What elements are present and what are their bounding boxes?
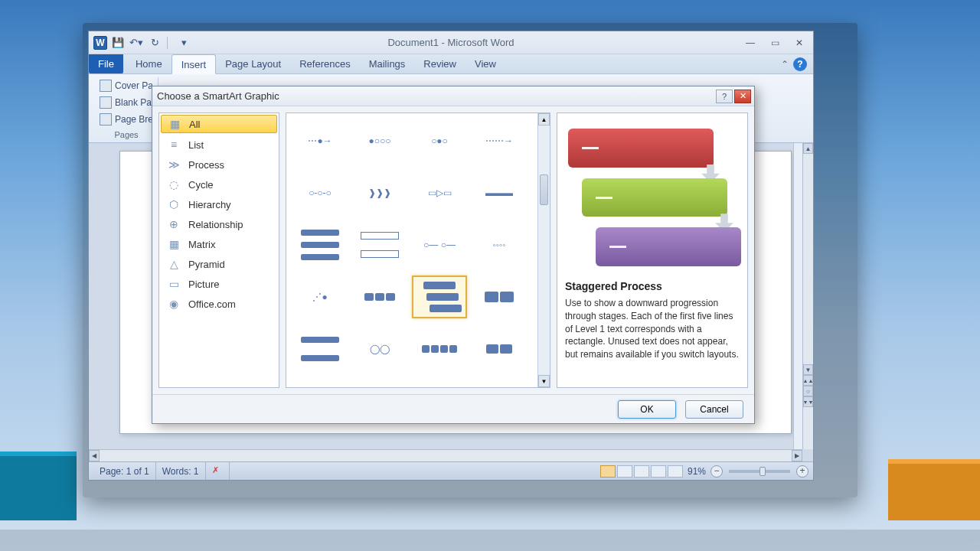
tab-file[interactable]: File <box>89 54 123 73</box>
smartart-dialog: Choose a SmartArt Graphic ? ✕ ▦All ≡List… <box>152 86 755 424</box>
tab-mailings[interactable]: Mailings <box>360 54 415 73</box>
taskbar[interactable] <box>0 530 980 551</box>
qat-customize[interactable]: ▾ <box>176 35 191 51</box>
gallery-scroll-thumb[interactable] <box>540 174 548 205</box>
picture-icon: ▭ <box>167 278 181 290</box>
relationship-icon: ⊕ <box>167 218 181 230</box>
category-cycle[interactable]: ◌Cycle <box>159 174 279 194</box>
proofing-status[interactable] <box>206 462 230 480</box>
category-list[interactable]: ≡List <box>159 135 279 155</box>
layout-thumb[interactable] <box>352 223 407 266</box>
category-pyramid[interactable]: △Pyramid <box>159 254 279 274</box>
page-break-label: Page Bre <box>115 114 153 125</box>
category-office[interactable]: ◉Office.com <box>159 294 279 314</box>
category-process[interactable]: ≫Process <box>159 155 279 174</box>
category-relationship-label: Relationship <box>188 219 243 230</box>
zoom-out-button[interactable]: − <box>710 465 723 478</box>
layout-thumb[interactable]: ⋯⋯→ <box>472 119 527 162</box>
tab-insert[interactable]: Insert <box>172 54 217 74</box>
layout-thumb[interactable] <box>472 328 527 370</box>
close-button[interactable]: ✕ <box>790 36 808 50</box>
layout-thumb[interactable]: ○— ○— <box>412 223 467 266</box>
layout-thumb[interactable]: ◦◦◦◦ <box>472 223 527 266</box>
zoom-thumb[interactable] <box>760 467 766 476</box>
outline-view[interactable] <box>651 465 666 478</box>
layout-thumb[interactable] <box>292 380 348 388</box>
full-screen-view[interactable] <box>617 465 632 478</box>
all-icon: ▦ <box>168 118 181 130</box>
gallery-scrollbar[interactable]: ▲ ▼ <box>537 113 550 387</box>
layout-thumb[interactable]: ⋰● <box>292 276 348 318</box>
dialog-close-button[interactable]: ✕ <box>734 90 751 103</box>
layout-thumb[interactable]: ❱❱❱ <box>352 171 407 214</box>
print-layout-view[interactable] <box>600 465 616 478</box>
layout-thumb[interactable] <box>292 328 348 370</box>
layout-thumb[interactable]: ●●● <box>352 380 407 388</box>
category-picture[interactable]: ▭Picture <box>159 274 279 294</box>
spell-check-icon <box>212 466 223 477</box>
cover-page-button[interactable]: Cover Pa <box>100 77 153 94</box>
scroll-up-arrow[interactable]: ▲ <box>803 143 813 154</box>
help-icon[interactable]: ? <box>793 57 807 71</box>
cover-page-icon <box>100 80 112 92</box>
ribbon-minimize-icon[interactable]: ⌃ <box>781 59 789 70</box>
layout-thumb[interactable]: ○-○-○ <box>292 171 348 214</box>
layout-thumb[interactable]: ◯◯ <box>352 328 407 370</box>
tab-home[interactable]: Home <box>126 54 172 73</box>
layout-thumb[interactable] <box>412 328 467 370</box>
category-relationship[interactable]: ⊕Relationship <box>159 214 279 234</box>
category-hierarchy[interactable]: ⬡Hierarchy <box>159 194 279 214</box>
horizontal-scrollbar[interactable]: ◀ ▶ <box>89 449 802 461</box>
category-all[interactable]: ▦All <box>161 115 277 133</box>
scroll-down-arrow[interactable]: ▼ <box>803 364 813 375</box>
dialog-title-bar[interactable]: Choose a SmartArt Graphic ? ✕ <box>152 86 754 106</box>
preview-description: Use to show a downward progression throu… <box>565 297 740 361</box>
browse-object-button[interactable]: ○ <box>803 386 813 396</box>
undo-button[interactable]: ↶▾ <box>129 35 144 51</box>
layout-thumb[interactable]: ●○○○ <box>352 119 407 162</box>
scroll-right-arrow[interactable]: ▶ <box>792 450 802 461</box>
tab-view[interactable]: View <box>466 54 505 73</box>
scroll-left-arrow[interactable]: ◀ <box>89 450 100 461</box>
layout-thumb[interactable]: ○●○ <box>412 119 467 162</box>
zoom-slider[interactable] <box>729 470 790 473</box>
page-break-button[interactable]: Page Bre <box>100 111 153 128</box>
page-status[interactable]: Page: 1 of 1 <box>93 462 156 480</box>
layout-thumb[interactable]: ▬▬▬ <box>472 171 527 214</box>
zoom-in-button[interactable]: + <box>796 465 808 478</box>
category-matrix-label: Matrix <box>188 239 215 250</box>
redo-button[interactable]: ↻ <box>147 35 162 51</box>
zoom-level[interactable]: 91% <box>688 466 706 477</box>
vertical-scrollbar[interactable]: ▲ ▼ ▲▲ ○ ▼▼ <box>802 143 813 449</box>
layout-thumb[interactable]: ▭▷▭ <box>412 171 467 214</box>
cancel-button[interactable]: Cancel <box>685 400 743 419</box>
gallery-scroll-up[interactable]: ▲ <box>538 113 550 126</box>
layout-thumb-selected[interactable] <box>412 276 467 318</box>
tab-review[interactable]: Review <box>414 54 466 73</box>
maximize-button[interactable]: ▭ <box>766 36 784 50</box>
dialog-help-button[interactable]: ? <box>716 90 733 103</box>
next-page-button[interactable]: ▼▼ <box>803 396 813 407</box>
minimize-button[interactable]: — <box>741 36 760 50</box>
save-button[interactable]: 💾 <box>110 35 126 51</box>
layout-thumb[interactable] <box>292 223 348 266</box>
layout-thumb[interactable] <box>472 276 527 318</box>
title-bar[interactable]: W 💾 ↶▾ ↻ ▾ Document1 - Microsoft Word — … <box>89 31 813 54</box>
layout-thumb[interactable]: ▫▫▫ <box>412 380 467 388</box>
blank-page-button[interactable]: Blank Pa <box>100 94 153 111</box>
draft-view[interactable] <box>668 465 683 478</box>
hscroll-track[interactable] <box>100 450 792 461</box>
tab-page-layout[interactable]: Page Layout <box>216 54 290 73</box>
words-status[interactable]: Words: 1 <box>156 462 206 480</box>
cover-page-label: Cover Pa <box>115 80 153 91</box>
tab-references[interactable]: References <box>290 54 359 73</box>
gallery-scroll-down[interactable]: ▼ <box>538 375 550 387</box>
layout-thumb[interactable] <box>352 276 407 318</box>
category-matrix[interactable]: ▦Matrix <box>159 234 279 254</box>
ok-button[interactable]: OK <box>618 400 676 419</box>
prev-page-button[interactable]: ▲▲ <box>803 375 813 386</box>
web-layout-view[interactable] <box>634 465 649 478</box>
layout-thumb[interactable]: ⋯●→ <box>292 119 348 162</box>
pyramid-icon: △ <box>167 258 181 270</box>
layout-thumb[interactable]: ▭→ <box>472 380 527 388</box>
